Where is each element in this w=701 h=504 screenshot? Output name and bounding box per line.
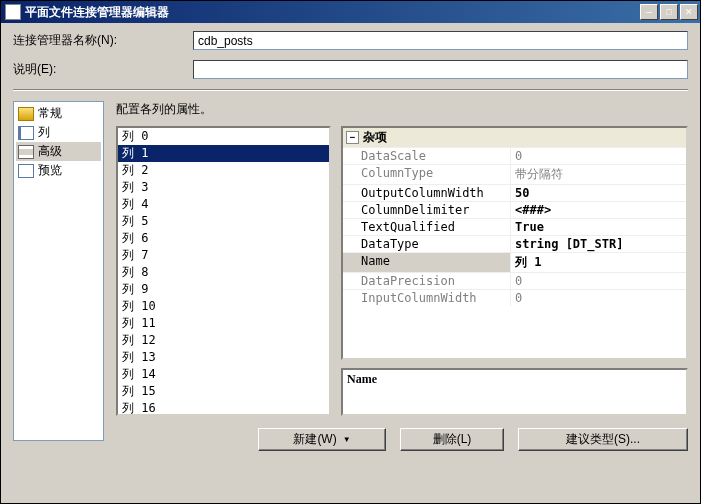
nav-item[interactable]: 列	[16, 123, 101, 142]
property-name: DataPrecision	[343, 273, 511, 289]
property-name: ColumnType	[343, 165, 511, 184]
window-title: 平面文件连接管理器编辑器	[25, 4, 638, 21]
property-row[interactable]: OutputColumnWidth50	[343, 184, 686, 201]
chevron-down-icon: ▼	[343, 435, 351, 444]
window-buttons: ─ □ ✕	[638, 4, 698, 20]
suggest-types-button[interactable]: 建议类型(S)...	[518, 428, 688, 451]
property-value[interactable]: 0	[511, 148, 686, 164]
list-item[interactable]: 列 0	[118, 128, 329, 145]
nav-item-label: 高级	[38, 143, 62, 160]
nav-icon	[18, 145, 34, 159]
list-item[interactable]: 列 5	[118, 213, 329, 230]
nav-item[interactable]: 常规	[16, 104, 101, 123]
list-item[interactable]: 列 3	[118, 179, 329, 196]
dialog-window: 平面文件连接管理器编辑器 ─ □ ✕ 连接管理器名称(N): 说明(E): 常规…	[0, 0, 701, 504]
property-row[interactable]: Name列 1	[343, 252, 686, 272]
nav-item[interactable]: 高级	[16, 142, 101, 161]
list-item[interactable]: 列 10	[118, 298, 329, 315]
property-name: DataScale	[343, 148, 511, 164]
nav-list[interactable]: 常规列高级预览	[13, 101, 104, 441]
property-value[interactable]: 50	[511, 185, 686, 201]
list-item[interactable]: 列 12	[118, 332, 329, 349]
list-item[interactable]: 列 15	[118, 383, 329, 400]
list-item[interactable]: 列 14	[118, 366, 329, 383]
list-item[interactable]: 列 7	[118, 247, 329, 264]
nav-icon	[18, 107, 34, 121]
list-item[interactable]: 列 13	[118, 349, 329, 366]
titlebar: 平面文件连接管理器编辑器 ─ □ ✕	[1, 1, 700, 23]
property-value[interactable]: True	[511, 219, 686, 235]
name-label: 连接管理器名称(N):	[13, 32, 193, 49]
property-row[interactable]: ColumnType带分隔符	[343, 164, 686, 184]
property-row[interactable]: DataPrecision0	[343, 272, 686, 289]
property-description: Name	[341, 368, 688, 416]
nav-icon	[18, 164, 34, 178]
property-name: TextQualified	[343, 219, 511, 235]
property-name: InputColumnWidth	[343, 290, 511, 306]
minimize-button[interactable]: ─	[640, 4, 658, 20]
collapse-icon[interactable]: −	[346, 131, 359, 144]
property-name: Name	[343, 253, 511, 272]
column-listbox[interactable]: 列 0列 1列 2列 3列 4列 5列 6列 7列 8列 9列 10列 11列 …	[116, 126, 331, 416]
property-value[interactable]: 0	[511, 273, 686, 289]
description-input[interactable]	[193, 60, 688, 79]
property-value[interactable]: 0	[511, 290, 686, 306]
property-name: ColumnDelimiter	[343, 202, 511, 218]
property-row[interactable]: DataTypestring [DT_STR]	[343, 235, 686, 252]
property-row[interactable]: InputColumnWidth0	[343, 289, 686, 306]
category-label: 杂项	[363, 129, 387, 146]
property-value[interactable]: 列 1	[511, 253, 686, 272]
connection-name-input[interactable]	[193, 31, 688, 50]
list-item[interactable]: 列 16	[118, 400, 329, 416]
divider	[13, 89, 688, 91]
dialog-content: 连接管理器名称(N): 说明(E): 常规列高级预览 配置各列的属性。 列 0列…	[1, 23, 700, 451]
section-caption: 配置各列的属性。	[116, 101, 688, 118]
list-item[interactable]: 列 1	[118, 145, 329, 162]
close-button[interactable]: ✕	[680, 4, 698, 20]
nav-icon	[18, 126, 34, 140]
app-icon	[5, 4, 21, 20]
nav-item[interactable]: 预览	[16, 161, 101, 180]
list-item[interactable]: 列 4	[118, 196, 329, 213]
list-item[interactable]: 列 11	[118, 315, 329, 332]
property-row[interactable]: ColumnDelimiter<###>	[343, 201, 686, 218]
property-name: OutputColumnWidth	[343, 185, 511, 201]
nav-item-label: 常规	[38, 105, 62, 122]
property-row[interactable]: TextQualifiedTrue	[343, 218, 686, 235]
list-item[interactable]: 列 6	[118, 230, 329, 247]
delete-button[interactable]: 删除(L)	[400, 428, 504, 451]
nav-item-label: 列	[38, 124, 50, 141]
property-row[interactable]: DataScale0	[343, 147, 686, 164]
property-value[interactable]: string [DT_STR]	[511, 236, 686, 252]
list-item[interactable]: 列 8	[118, 264, 329, 281]
property-description-title: Name	[347, 372, 377, 386]
maximize-button[interactable]: □	[660, 4, 678, 20]
description-label: 说明(E):	[13, 61, 193, 78]
property-value[interactable]: 带分隔符	[511, 165, 686, 184]
list-item[interactable]: 列 9	[118, 281, 329, 298]
property-category[interactable]: −杂项	[343, 128, 686, 147]
new-button[interactable]: 新建(W)▼	[258, 428, 386, 451]
property-name: DataType	[343, 236, 511, 252]
nav-item-label: 预览	[38, 162, 62, 179]
property-grid[interactable]: −杂项DataScale0ColumnType带分隔符OutputColumnW…	[341, 126, 688, 360]
list-item[interactable]: 列 2	[118, 162, 329, 179]
property-value[interactable]: <###>	[511, 202, 686, 218]
